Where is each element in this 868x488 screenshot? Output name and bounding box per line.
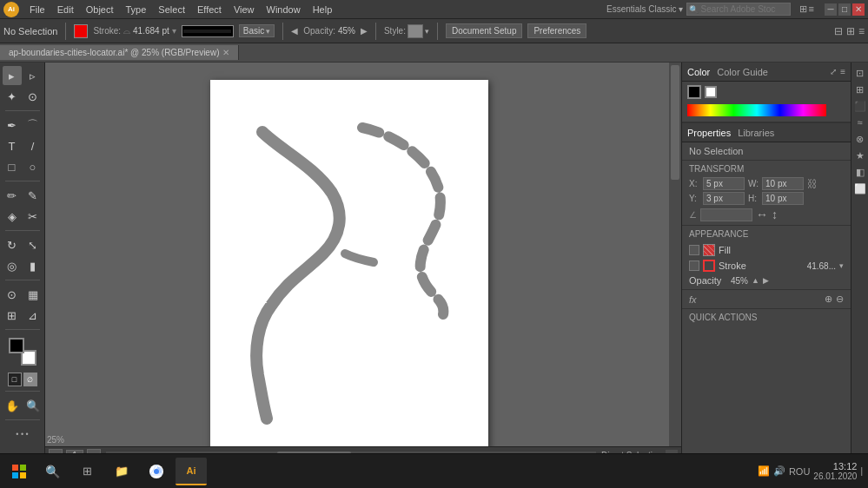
stroke-swatch-appearance[interactable] bbox=[703, 260, 715, 272]
preferences-button[interactable]: Preferences bbox=[527, 23, 586, 38]
arrange-docs-icon[interactable]: ⊟ bbox=[834, 25, 843, 37]
lasso-tool[interactable]: ⊙ bbox=[23, 87, 43, 106]
eraser-tool[interactable]: ◈ bbox=[3, 207, 22, 226]
restore-button[interactable]: □ bbox=[838, 3, 851, 16]
strip-icon-8[interactable]: ⬜ bbox=[853, 181, 867, 195]
scissors-tool[interactable]: ✂ bbox=[23, 207, 43, 226]
fx-label[interactable]: fx bbox=[689, 294, 697, 305]
x-input[interactable] bbox=[703, 177, 745, 190]
width-profile-select[interactable]: Basic ▾ bbox=[239, 24, 275, 37]
document-setup-button[interactable]: Document Setup bbox=[446, 23, 523, 38]
menu-select[interactable]: Select bbox=[153, 3, 190, 16]
flip-v-icon[interactable]: ↕ bbox=[772, 208, 778, 221]
strip-icon-4[interactable]: ≈ bbox=[853, 115, 867, 129]
vertical-scrollbar[interactable] bbox=[669, 63, 681, 446]
workspace-dropdown-icon[interactable]: ▾ bbox=[679, 4, 683, 14]
search-input[interactable] bbox=[686, 3, 791, 16]
canvas-document[interactable] bbox=[210, 80, 488, 462]
flip-h-icon[interactable]: ↔ bbox=[756, 208, 768, 221]
arrow-right-icon[interactable]: ▶ bbox=[361, 26, 368, 36]
color-panel-expand-icon[interactable]: ⤢ bbox=[830, 67, 837, 76]
selection-tool[interactable]: ▸ bbox=[3, 66, 22, 85]
libraries-tab[interactable]: Libraries bbox=[738, 128, 774, 138]
angle-input[interactable] bbox=[700, 208, 752, 221]
scale-tool[interactable]: ⤡ bbox=[23, 235, 43, 254]
volume-icon[interactable]: 🔊 bbox=[773, 465, 785, 477]
menu-object[interactable]: Object bbox=[81, 3, 119, 16]
stroke-color-swatch[interactable] bbox=[74, 24, 88, 38]
style-preview[interactable] bbox=[407, 24, 423, 38]
remove-layer-icon[interactable]: ⊖ bbox=[836, 293, 844, 305]
pen-tool[interactable]: ✒ bbox=[3, 115, 22, 135]
column-graph-tool[interactable]: ▮ bbox=[23, 256, 43, 275]
w-input[interactable] bbox=[762, 177, 804, 190]
strip-icon-3[interactable]: ⬛ bbox=[853, 99, 867, 113]
show-desktop-btn[interactable]: | bbox=[860, 466, 863, 476]
hand-tool[interactable]: ✋ bbox=[3, 396, 22, 415]
style-dropdown-icon[interactable]: ▾ bbox=[425, 27, 429, 36]
minimize-button[interactable]: ─ bbox=[825, 3, 837, 16]
search-taskbar-btn[interactable]: 🔍 bbox=[36, 458, 68, 485]
fill-visibility-check[interactable] bbox=[689, 245, 699, 255]
fill-color-none-icon[interactable]: ∅ bbox=[23, 373, 37, 386]
blend-tool[interactable]: ◎ bbox=[3, 256, 22, 275]
edit-toolbar-btn[interactable]: • • • bbox=[5, 425, 40, 444]
color-guide-tab[interactable]: Color Guide bbox=[717, 67, 768, 77]
stroke-dropdown-appearance[interactable]: ▾ bbox=[839, 261, 844, 270]
close-button[interactable]: ✕ bbox=[852, 3, 865, 16]
file-explorer-btn[interactable]: 📁 bbox=[106, 458, 137, 485]
y-input[interactable] bbox=[703, 192, 745, 205]
stroke-dropdown-icon[interactable]: ▾ bbox=[172, 26, 176, 36]
rect-tool[interactable]: □ bbox=[3, 157, 22, 176]
start-button[interactable] bbox=[5, 458, 33, 485]
color-gradient-bar[interactable] bbox=[687, 104, 826, 116]
arrange-docs-icon2[interactable]: ⊞ bbox=[846, 25, 855, 37]
menu-edit[interactable]: Edit bbox=[52, 3, 79, 16]
chrome-btn[interactable] bbox=[141, 458, 172, 485]
menu-view[interactable]: View bbox=[229, 3, 260, 16]
task-view-btn[interactable]: ⊞ bbox=[71, 458, 103, 485]
fill-swatch[interactable] bbox=[687, 85, 701, 99]
menu-window[interactable]: Window bbox=[262, 3, 306, 16]
stroke-preview[interactable] bbox=[182, 25, 234, 37]
fill-swatch-appearance[interactable] bbox=[703, 244, 715, 256]
stroke-color-swatch-small[interactable] bbox=[705, 86, 717, 98]
h-input[interactable] bbox=[762, 192, 804, 205]
rotate-tool[interactable]: ↻ bbox=[3, 235, 22, 254]
menu-file[interactable]: File bbox=[24, 3, 50, 16]
menu-effect[interactable]: Effect bbox=[192, 3, 227, 16]
menu-type[interactable]: Type bbox=[121, 3, 152, 16]
paintbrush-tool[interactable]: ✏ bbox=[3, 186, 22, 205]
properties-tab[interactable]: Properties bbox=[687, 128, 731, 138]
strip-icon-7[interactable]: ◧ bbox=[853, 165, 867, 179]
network-icon[interactable]: 📶 bbox=[758, 465, 770, 477]
opacity-spin-down[interactable]: ▶ bbox=[763, 276, 769, 285]
strip-icon-2[interactable]: ⊞ bbox=[853, 82, 867, 96]
magic-wand-tool[interactable]: ✦ bbox=[3, 87, 22, 106]
transform-link-icon[interactable]: ⛓ bbox=[807, 178, 818, 190]
illustrator-taskbar-btn[interactable]: Ai bbox=[176, 458, 207, 485]
strip-icon-1[interactable]: ⊡ bbox=[853, 66, 867, 80]
menu-help[interactable]: Help bbox=[308, 3, 338, 16]
arrow-left-icon[interactable]: ◀ bbox=[291, 26, 298, 36]
ellipse-tool[interactable]: ○ bbox=[23, 157, 43, 176]
mesh-tool[interactable]: ⊞ bbox=[3, 306, 22, 325]
text-tool[interactable]: T bbox=[3, 136, 22, 155]
panel-menu-icon[interactable]: ≡ bbox=[858, 25, 865, 37]
direct-selection-tool[interactable]: ▹ bbox=[23, 66, 43, 85]
color-panel-menu-icon[interactable]: ≡ bbox=[840, 67, 845, 76]
normal-mode-icon[interactable]: □ bbox=[8, 373, 22, 386]
slice-tool[interactable]: ⊿ bbox=[23, 306, 43, 325]
panel-toggle-icon[interactable]: ≡ bbox=[809, 3, 814, 15]
stroke-visibility-check[interactable] bbox=[689, 260, 699, 271]
arrange-icon[interactable]: ⊞ bbox=[799, 3, 807, 15]
line-tool[interactable]: / bbox=[23, 136, 43, 155]
foreground-color-swatch[interactable] bbox=[9, 338, 24, 353]
document-tab[interactable]: ap-boundaries-cities-locator.ai* @ 25% (… bbox=[0, 45, 239, 60]
document-tab-close[interactable]: ✕ bbox=[222, 48, 229, 57]
gradient-tool[interactable]: ▦ bbox=[23, 285, 43, 304]
add-layer-icon[interactable]: ⊕ bbox=[825, 293, 832, 305]
opacity-spin-up[interactable]: ▲ bbox=[752, 276, 759, 285]
strip-icon-6[interactable]: ★ bbox=[853, 148, 867, 162]
zoom-tool[interactable]: 🔍 bbox=[23, 396, 43, 415]
